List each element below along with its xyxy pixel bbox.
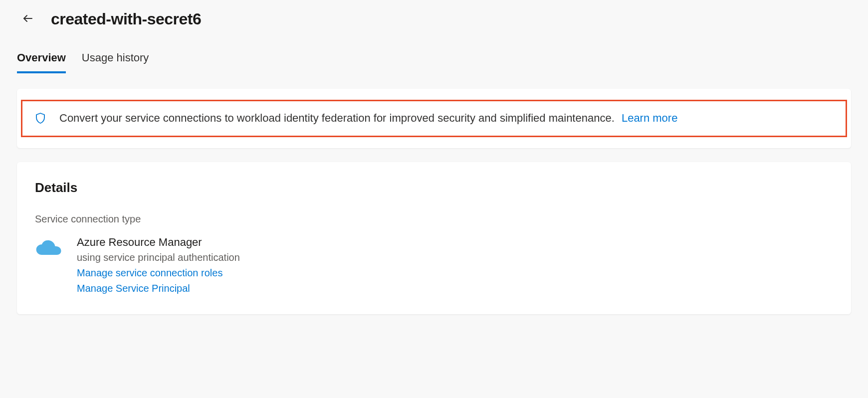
- connection-name: Azure Resource Manager: [77, 236, 240, 249]
- page-title: created-with-secret6: [51, 10, 201, 28]
- manage-roles-link[interactable]: Manage service connection roles: [77, 267, 240, 279]
- tab-overview[interactable]: Overview: [17, 51, 66, 73]
- details-heading: Details: [35, 180, 833, 196]
- tab-label: Usage history: [82, 51, 149, 64]
- details-card: Details Service connection type Azure Re…: [17, 162, 851, 314]
- back-arrow-icon: [22, 12, 34, 26]
- page-header: created-with-secret6: [0, 0, 868, 33]
- connection-subtext: using service principal authentication: [77, 252, 240, 263]
- banner-message: Convert your service connections to work…: [59, 112, 615, 124]
- cloud-icon: [35, 238, 63, 258]
- back-button[interactable]: [20, 11, 36, 27]
- banner-text-container: Convert your service connections to work…: [59, 111, 837, 126]
- tabs-bar: Overview Usage history: [0, 33, 868, 73]
- connection-row: Azure Resource Manager using service pri…: [35, 236, 833, 294]
- tab-label: Overview: [17, 51, 66, 64]
- learn-more-link[interactable]: Learn more: [622, 112, 678, 124]
- info-banner-card: Convert your service connections to work…: [17, 89, 851, 148]
- shield-icon: [34, 112, 46, 124]
- manage-principal-link[interactable]: Manage Service Principal: [77, 283, 240, 294]
- info-banner: Convert your service connections to work…: [21, 100, 847, 137]
- connection-info: Azure Resource Manager using service pri…: [77, 236, 240, 294]
- tab-usage-history[interactable]: Usage history: [82, 51, 149, 73]
- service-connection-type-label: Service connection type: [35, 213, 833, 225]
